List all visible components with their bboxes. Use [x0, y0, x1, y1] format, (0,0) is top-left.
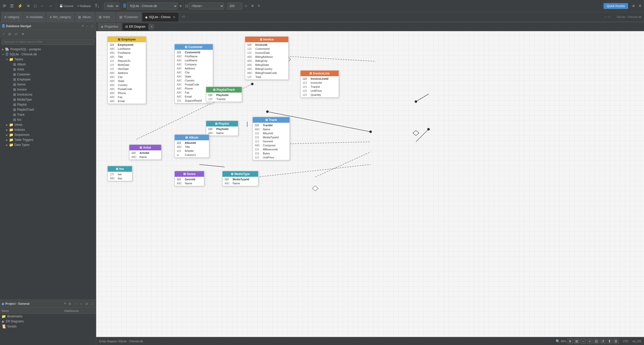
nav-toggle-btn[interactable]: ◀: [149, 24, 154, 29]
tree-item-datatypes[interactable]: ▶📁Data Types: [0, 142, 96, 147]
tree-item-employee[interactable]: ⊞Employee: [0, 77, 96, 82]
db-select[interactable]: SQLite - Chinook.db: [127, 3, 177, 10]
er-table-playlist[interactable]: ⊞ Playlist 123PlaylistId ABCName: [206, 120, 238, 136]
er-table-foo[interactable]: ⊞ foo 123bar ABCbaz: [107, 166, 132, 181]
tree-item-playlist[interactable]: ⊞Playlist: [0, 102, 96, 107]
tab-film-category[interactable]: ≡ film_category: [46, 12, 74, 22]
proj-scripts[interactable]: 📜 Scripts: [0, 324, 96, 329]
toolbar-back-btn[interactable]: ←: [39, 2, 46, 10]
nav-maximize-btn[interactable]: □: [90, 24, 94, 29]
rollback-button[interactable]: ↩ Rollback: [76, 2, 93, 10]
grid-btn[interactable]: ⊞: [631, 2, 636, 10]
grid-toggle-btn[interactable]: ⊟: [594, 338, 599, 344]
tree-item-sqlite[interactable]: ▼ 🗄 SQLite - Chinook.db: [0, 52, 96, 57]
config-btn[interactable]: ⚙: [637, 2, 643, 10]
panel-maximize-btn[interactable]: □: [608, 15, 610, 19]
field-track-composer: ABCComposer: [253, 143, 290, 147]
auto-commit-select[interactable]: Auto: [104, 3, 119, 10]
tree-item-mediatype[interactable]: ⊞MediaType: [0, 97, 96, 102]
toolbar-filter-btn[interactable]: ⚡: [16, 2, 24, 10]
sep5: [226, 2, 226, 10]
tree-item-postgresql[interactable]: ▶ 🐘 PostgreSQL - postgres: [0, 47, 96, 52]
nav-add-btn[interactable]: +: [1, 31, 6, 37]
proj-sync-btn[interactable]: ⇄: [84, 301, 89, 306]
tree-item-customer[interactable]: ⊞Customer: [0, 72, 96, 77]
nav-settings-btn[interactable]: ▼: [20, 31, 26, 37]
playlist-header: ⊞ Playlist: [206, 121, 238, 126]
tree-item-tables[interactable]: ▼ 📁 Tables: [0, 57, 96, 62]
commit-button[interactable]: 💾 Commit: [58, 2, 75, 10]
nav-filter-input[interactable]: [2, 39, 94, 45]
nav-minimize-btn[interactable]: ─: [85, 24, 89, 29]
proj-bookmarks[interactable]: 📁 Bookmarks: [0, 314, 96, 319]
tab-er-diagram[interactable]: ⊟ ER Diagram: [122, 23, 149, 30]
tab-sqlite-close[interactable]: ✕: [173, 15, 176, 19]
er-table-track[interactable]: ⊞ Track 123TrackId ABCName 123AlbumId 12…: [252, 117, 290, 160]
proj-settings-btn[interactable]: ⚙: [67, 301, 73, 306]
invoice-header: ⊞ Invoice: [245, 37, 288, 42]
panel-minimize-btn[interactable]: ─: [604, 15, 607, 19]
toolbar-fwd-btn[interactable]: →: [47, 2, 54, 10]
tab-customer[interactable]: ⊞ *Customer: [116, 12, 141, 22]
nav-grid-btn[interactable]: ⊞: [7, 31, 13, 37]
tree-item-invoice[interactable]: ⊞Invoice: [0, 87, 96, 92]
tree-item-triggers[interactable]: ▶📁Table Triggers: [0, 137, 96, 142]
zoom-fit-btn[interactable]: ⊞: [574, 338, 580, 344]
zoom-dropdown-btn[interactable]: ▾: [567, 338, 573, 344]
track-icon: ⊞: [265, 118, 268, 122]
proj-add-btn[interactable]: +: [79, 301, 83, 306]
export-btn[interactable]: ⬆: [607, 338, 612, 344]
tab-artist[interactable]: ⊞ Artist: [95, 12, 116, 22]
zoom-reset-btn[interactable]: ↺: [600, 338, 606, 344]
proj-minimize-btn[interactable]: ─: [74, 301, 78, 306]
er-table-album[interactable]: ⊞ Album 123AlbumId ABCTitle 123ArtistId …: [174, 134, 209, 158]
sep4: [183, 2, 184, 10]
settings-btn[interactable]: ⚙: [249, 2, 256, 10]
tree-item-invoiceline[interactable]: ⊞InvoiceLine: [0, 92, 96, 97]
track-name: Track: [269, 118, 277, 122]
er-canvas[interactable]: ⊞ Employee 123EmployeeId ABCLastName ABC…: [96, 31, 644, 337]
tab-properties[interactable]: ◈ Properties: [98, 23, 122, 30]
zoom-in-btn[interactable]: +: [587, 338, 593, 344]
tab-mockdata[interactable]: ≡ mockdata: [23, 12, 46, 22]
tree-item-artist[interactable]: ⊞Artist: [0, 67, 96, 72]
erdiagrams-label: ER Diagrams: [6, 320, 24, 323]
schema-select[interactable]: <None>: [189, 3, 224, 10]
tree-item-indexes[interactable]: ▶📁Indexes: [0, 127, 96, 132]
project-columns: Name DataSource: [0, 308, 96, 314]
toolbar-sync-btn[interactable]: ⟳: [1, 2, 8, 10]
proj-erdiagrams[interactable]: ◈ ER Diagrams: [0, 319, 96, 324]
er-table-playlisttrack[interactable]: ⊞ PlaylistTrack 123PlaylistId 123TrackId: [206, 87, 242, 102]
tree-item-foo[interactable]: ⊞foo: [0, 117, 96, 122]
artist-table-icon: ⊞: [13, 67, 16, 71]
tab-overflow[interactable]: +5: [180, 12, 187, 22]
er-table-invoiceline[interactable]: ⊞ InvoiceLine 123InvoiceLineId 123Invoic…: [300, 70, 339, 98]
er-table-mediatype[interactable]: ⊞ MediaType 123MediaTypeId ABCName: [222, 171, 259, 186]
tab-category[interactable]: ≡ category: [1, 12, 22, 22]
tree-item-genre[interactable]: ⊞Genre: [0, 82, 96, 87]
er-table-invoice[interactable]: ⊞ Invoice 123InvoiceId 123CustomerId 123…: [245, 36, 289, 80]
zoom-out-btn[interactable]: −: [581, 338, 586, 344]
tree-item-track[interactable]: ⊞Track: [0, 112, 96, 117]
zoom-nav-btn[interactable]: ⬡: [243, 2, 249, 10]
tab-album[interactable]: ⊞ Album: [75, 12, 95, 22]
tree-item-album[interactable]: ⊞Album: [0, 62, 96, 67]
nav-sync-btn[interactable]: ⇄: [13, 31, 19, 37]
er-table-employee[interactable]: ⊞ Employee 123EmployeeId ABCLastName ABC…: [107, 36, 146, 104]
tab-customer-icon: ⊞: [119, 15, 122, 19]
toolbar-close-btn[interactable]: ✕: [25, 2, 32, 10]
zoom-input[interactable]: [227, 3, 242, 10]
tree-item-playlisttrack[interactable]: ⊞PlaylistTrack: [0, 107, 96, 112]
toolbar-pin-btn[interactable]: □: [32, 2, 38, 10]
toolbar-up-btn[interactable]: ☰: [8, 2, 15, 10]
tree-item-sequences[interactable]: ▶📁Sequences: [0, 132, 96, 137]
toolbar-format-btn[interactable]: T↓: [93, 2, 101, 10]
tab-sqlite-chinook[interactable]: ◈ SQLite - Chinoo ✕: [142, 12, 179, 22]
er-table-genre[interactable]: ⊞ Genre 123GenreId ABCName: [174, 171, 204, 186]
settings2-btn[interactable]: ⚙: [613, 338, 619, 344]
tree-item-views[interactable]: ▶📁Views: [0, 122, 96, 127]
refresh-btn[interactable]: ↻: [256, 2, 262, 10]
er-table-artist[interactable]: ⊞ Artist 123ArtistId ABCName: [129, 144, 162, 160]
quick-access-button[interactable]: Quick Access: [603, 3, 628, 9]
proj-max-btn[interactable]: □: [90, 301, 94, 306]
